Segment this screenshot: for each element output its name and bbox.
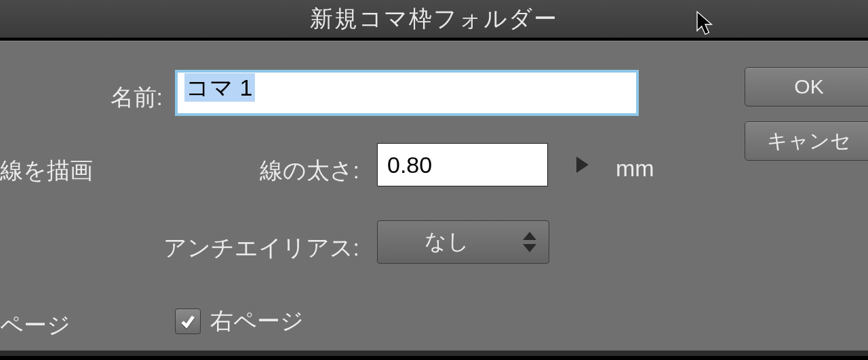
thickness-stepper-icon[interactable] [576,157,589,173]
name-input[interactable]: コマ 1 [175,70,639,116]
right-page-label: 右ページ [210,306,304,337]
right-page-checkbox[interactable] [175,308,201,334]
right-page-checkbox-wrap[interactable]: 右ページ [175,306,304,337]
thickness-label: 線の太さ: [231,155,359,186]
cancel-button-label: キャンセ [767,127,851,155]
thickness-value: 0.80 [387,152,432,178]
cancel-button[interactable]: キャンセ [745,121,868,161]
dialog-bottom-border [0,351,868,356]
page-label-partial: ページ [0,310,81,341]
dropdown-arrows-icon [516,232,543,252]
dialog-title: 新規コマ枠フォルダー [310,3,558,35]
antialias-dropdown[interactable]: なし [377,220,549,264]
name-input-value: コマ 1 [184,73,255,102]
main-area: 名前: コマ 1 線を描画 線の太さ: 0.80 mm アンチエイリアス: なし… [0,41,732,356]
draw-line-label: 線を描画 [0,155,115,186]
ok-button[interactable]: OK [745,67,868,106]
checkmark-icon [180,313,196,329]
thickness-input[interactable]: 0.80 [377,143,548,186]
name-label: 名前: [68,82,163,113]
ok-button-label: OK [794,75,823,98]
antialias-label: アンチエイリアス: [136,233,359,264]
dialog-body: 名前: コマ 1 線を描画 線の太さ: 0.80 mm アンチエイリアス: なし… [0,41,868,356]
dialog-titlebar: 新規コマ枠フォルダー [0,0,868,38]
thickness-unit: mm [616,155,670,182]
antialias-value: なし [378,227,516,257]
button-area: OK キャンセ [739,41,868,356]
